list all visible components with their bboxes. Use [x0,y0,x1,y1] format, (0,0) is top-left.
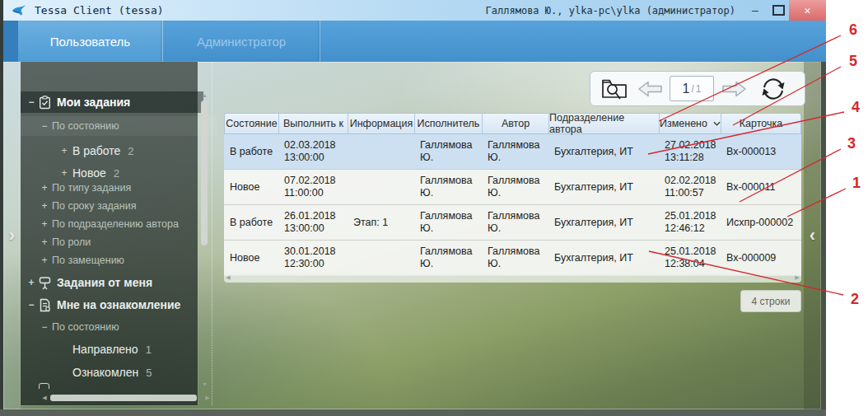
cell-state: Новое [224,170,278,204]
cell-info: Этап: 1 [348,205,414,240]
table-row[interactable]: Новое 30.01.201812:30:00 Галлямова Ю. Га… [224,241,801,276]
column-header-state[interactable]: Состояние [225,114,279,133]
page-indicator[interactable]: 1/1 [670,76,714,101]
tab-user[interactable]: Пользователь [18,21,163,62]
tasks-table: Состояние Выполнить к Информация Исполни… [224,113,801,276]
expand-expander-icon[interactable]: + [40,182,49,194]
scroll-right-icon[interactable]: ▶ [203,395,212,401]
tree-item-by-substitution[interactable]: + По замещению [21,251,217,269]
tree-item-count: 5 [146,367,152,379]
panel-splitter[interactable] [212,62,212,405]
cell-department: Бухгалтерия, ИТ [548,205,659,240]
expand-expander-icon[interactable]: + [59,145,69,157]
collapse-left-panel-button[interactable]: › [3,62,21,409]
collapse-expander-icon[interactable]: − [26,299,36,311]
tree-item-label: По роли [52,236,91,248]
refresh-button[interactable] [758,77,788,101]
time: 11:00:57 [665,187,721,199]
minimize-button[interactable]: — [744,0,766,21]
tree-item-by-author-department[interactable]: + По подразделению автора [21,215,217,233]
cell-modified: 25.01.201812:46:12 [659,205,721,240]
tree-item-by-task-due[interactable]: + По сроку задания [21,197,217,215]
scroll-right-icon[interactable]: ▶ [793,274,801,281]
table-row[interactable]: Новое 07.02.201811:00:00 Галлямова Ю. Га… [224,170,801,205]
refresh-icon [760,77,786,101]
window-right-border [821,62,826,409]
cell-author: Галлямова Ю. [482,205,548,240]
tree-item-for-my-review[interactable]: − Мне на ознакомление [21,294,203,316]
tree-item-tasks-from-me[interactable]: + Задания от меня [21,272,203,293]
collapse-expander-icon[interactable]: − [40,321,49,333]
tree-item-count: 1 [146,344,152,356]
column-header-modified[interactable]: Изменено [660,114,721,133]
navigation-tree: − Мои задания − По состоянию + В работе … [21,62,198,405]
column-header-author[interactable]: Автор [483,114,549,133]
time: 12:38:04 [665,258,721,270]
expand-expander-icon[interactable]: + [40,236,49,248]
scroll-up-icon[interactable]: ▲ [201,92,208,98]
collapse-right-panel-button[interactable]: ‹ [804,62,821,409]
scrollbar-thumb[interactable] [50,395,197,401]
column-header-due[interactable]: Выполнить к [279,114,348,133]
content-area: › ‹ − Мои задания − По состоянию + В раб… [3,62,821,409]
table-row[interactable]: В работе 02.03.201813:00:00 Галлямова Ю.… [224,134,801,170]
column-header-label: Изменено [660,118,707,129]
tree-item-count: 2 [128,145,133,157]
expand-expander-icon[interactable]: + [40,200,49,212]
scroll-down-icon[interactable]: ▼ [201,381,208,387]
collapse-expander-icon[interactable]: − [40,120,49,132]
sidebar-horizontal-scrollbar[interactable]: ◀ ▶ [40,394,212,402]
tree-item-label: По типу задания [52,182,131,194]
tree-item-by-task-type[interactable]: + По типу задания [21,179,217,197]
folder-search-icon [600,77,628,100]
expand-expander-icon[interactable]: + [40,218,49,230]
cell-card: Вх-000011 [721,170,800,204]
table-header-row: Состояние Выполнить к Информация Исполни… [224,113,801,134]
annotation-number-5: 5 [849,53,857,70]
column-header-performer[interactable]: Исполнитель [415,114,483,133]
close-button[interactable]: ✕ [789,0,826,21]
collapse-expander-icon[interactable]: − [26,96,36,108]
chevron-right-icon: › [9,225,15,246]
minimize-icon: — [752,4,758,16]
total-pages: 1 [696,83,702,95]
tree-item-label: Ознакомлен [72,366,138,379]
previous-page-button[interactable] [635,80,665,98]
main-tab-bar: Пользователь Администратор [3,21,826,62]
column-header-card[interactable]: Карточка [721,114,800,133]
app-window: Tessa Client (tessa) Галлямова Ю., ylka-… [0,0,826,409]
cell-modified: 25.01.201812:38:04 [659,241,721,275]
cell-state: Новое [224,241,278,275]
cell-department: Бухгалтерия, ИТ [548,241,659,275]
tab-administrator[interactable]: Администратор [163,21,320,62]
tree-item-label: По подразделению автора [52,218,179,230]
tree-item-by-state-review[interactable]: − По состоянию [21,318,217,336]
scroll-left-icon[interactable]: ◀ [224,274,232,281]
tree-item-by-role[interactable]: + По роли [21,233,217,251]
column-header-author-department[interactable]: Подразделение автора [549,114,660,133]
column-header-info[interactable]: Информация [348,114,415,133]
scrollbar-thumb[interactable] [201,100,208,245]
annotation-number-6: 6 [849,21,857,39]
cell-card: Исхпр-000002 [721,205,800,240]
table-row[interactable]: В работе 26.01.201813:00:00 Этап: 1 Галл… [224,205,801,241]
cell-due: 07.02.201811:00:00 [278,170,348,204]
scroll-left-icon[interactable]: ◀ [40,395,49,401]
close-icon: ✕ [805,4,811,16]
table-horizontal-scrollbar[interactable]: ◀ ▶ [224,273,801,283]
time: 13:00:00 [284,152,348,164]
tree-item-partial [39,383,49,389]
expand-expander-icon[interactable]: + [59,167,69,179]
sidebar-vertical-scrollbar[interactable]: ▲ ▼ [201,92,208,387]
tree-item-label: Мои задания [57,96,130,109]
search-in-view-button[interactable] [599,77,630,100]
tree-item-by-state[interactable]: − По состоянию [21,116,217,136]
maximize-button[interactable] [768,0,789,21]
next-page-button[interactable] [719,80,749,98]
cell-performer: Галлямова Ю. [414,205,482,240]
expand-expander-icon[interactable]: + [40,255,49,266]
document-icon [38,298,52,312]
expand-expander-icon[interactable]: + [26,277,36,288]
tree-item-my-tasks[interactable]: − Мои задания [21,91,203,113]
arrow-back-icon [637,80,663,98]
